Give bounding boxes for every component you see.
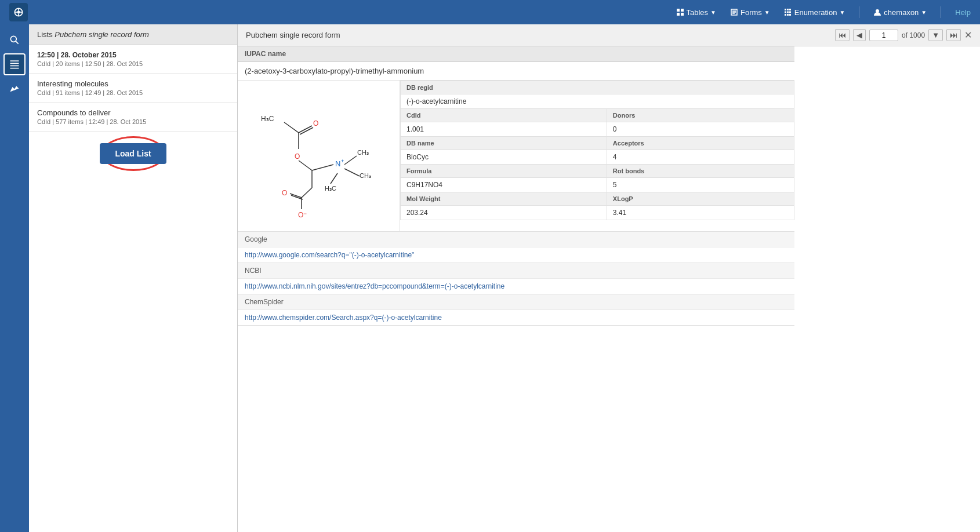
ncbi-header: NCBI (238, 263, 794, 279)
sidebar-lists-btn[interactable] (3, 53, 26, 75)
navbar-divider (859, 6, 859, 18)
db-name-value: BioCyc (401, 150, 607, 165)
page-input[interactable] (869, 30, 898, 41)
svg-text:N: N (335, 159, 340, 168)
svg-text:O: O (313, 119, 318, 127)
structure-icon (9, 83, 20, 94)
app-logo[interactable] (9, 3, 28, 21)
ncbi-link[interactable]: http://www.ncbi.nlm.nih.gov/sites/entrez… (238, 279, 794, 294)
list-item[interactable]: Compounds to deliver CdId | 577 items | … (29, 103, 237, 132)
iupac-value: (2-acetoxy-3-carboxylato-propyl)-trimeth… (238, 62, 794, 81)
db-regid-header: DB regid (401, 81, 794, 94)
mol-weight-value: 203.24 (401, 206, 607, 220)
sidebar-search-btn[interactable] (3, 29, 26, 51)
google-header: Google (238, 232, 794, 247)
formula-header: Formula (401, 165, 607, 178)
svg-text:O: O (295, 152, 300, 161)
molecule-svg: H₃C O O (244, 86, 394, 225)
rot-bonds-header: Rot bonds (607, 165, 794, 178)
svg-rect-8 (677, 13, 680, 16)
xlogp-header: XLogP (607, 192, 794, 206)
svg-rect-9 (681, 13, 684, 16)
svg-rect-14 (785, 9, 786, 10)
svg-rect-6 (677, 9, 680, 12)
formula-value: C9H17NO4 (401, 178, 607, 192)
list-item-meta: CdId | 577 items | 12:49 | 28. Oct 2015 (37, 118, 229, 125)
forms-dropdown-arrow: ▼ (764, 9, 770, 16)
svg-rect-29 (10, 68, 19, 69)
svg-text:CH₃: CH₃ (357, 149, 369, 156)
list-item[interactable]: Interesting molecules CdId | 91 items | … (29, 74, 237, 103)
lists-panel: Lists Pubchem single record form 12:50 |… (29, 24, 238, 532)
user-menu[interactable]: chemaxon ▼ (873, 8, 927, 17)
form-close-btn[interactable]: ✕ (964, 30, 972, 41)
donors-value: 0 (607, 122, 794, 137)
rot-bonds-value: 5 (607, 178, 794, 192)
lists-header: Lists Pubchem single record form (29, 24, 237, 45)
load-list-area: Load List (29, 132, 237, 176)
svg-rect-18 (787, 12, 789, 13)
search-icon (9, 34, 20, 46)
list-item-title: Interesting molecules (37, 79, 229, 88)
svg-rect-21 (789, 12, 791, 13)
svg-line-37 (299, 161, 312, 170)
navbar: Tables ▼ Forms ▼ Enumeration ▼ chemaxon … (0, 0, 980, 24)
donors-header: Donors (607, 109, 794, 122)
cdid-value: 1.001 (401, 122, 607, 137)
user-icon (873, 8, 881, 16)
sidebar-icons (0, 24, 29, 532)
forms-menu[interactable]: Forms ▼ (730, 8, 770, 17)
forms-icon (730, 8, 738, 16)
svg-text:O: O (282, 189, 287, 197)
enumeration-icon (784, 8, 792, 16)
svg-line-44 (344, 169, 360, 176)
tables-menu[interactable]: Tables ▼ (676, 8, 716, 17)
load-list-button[interactable]: Load List (100, 143, 166, 164)
lists-icon (9, 59, 20, 70)
svg-point-1 (17, 11, 20, 14)
svg-rect-20 (789, 9, 791, 10)
sidebar-structure-btn[interactable] (3, 78, 26, 100)
ncbi-section: NCBI http://www.ncbi.nlm.nih.gov/sites/e… (238, 263, 794, 294)
page-total: of 1000 (902, 31, 925, 39)
svg-point-24 (10, 36, 16, 42)
iupac-section-header: IUPAC name (238, 46, 794, 62)
list-item[interactable]: 12:50 | 28. October 2015 CdId | 20 items… (29, 45, 237, 74)
nav-last-btn[interactable]: ⏭ (946, 29, 961, 41)
properties-table: DB regid (-)-o-acetylcarnitine CdId Dono… (400, 81, 794, 231)
navbar-items: Tables ▼ Forms ▼ Enumeration ▼ chemaxon … (676, 6, 971, 18)
record-inner: IUPAC name (2-acetoxy-3-carboxylato-prop… (238, 46, 794, 326)
google-link[interactable]: http://www.google.com/search?q="(-)-o-ac… (238, 247, 794, 263)
enumeration-dropdown-arrow: ▼ (839, 9, 845, 16)
svg-rect-26 (10, 60, 19, 61)
chemspider-link[interactable]: http://www.chemspider.com/Search.aspx?q=… (238, 310, 794, 325)
svg-line-25 (16, 41, 19, 44)
nav-prev-btn[interactable]: ◀ (853, 29, 866, 41)
help-link[interactable]: Help (955, 8, 971, 17)
acceptors-value: 4 (607, 150, 794, 165)
record-content: IUPAC name (2-acetoxy-3-carboxylato-prop… (238, 46, 980, 532)
molecule-viewer: H₃C O O (238, 81, 400, 231)
navbar-divider-2 (941, 6, 941, 18)
db-name-header: DB name (401, 137, 607, 150)
form-header: Pubchem single record form ⏮ ◀ of 1000 ▼… (238, 24, 980, 46)
nav-first-btn[interactable]: ⏮ (835, 29, 850, 41)
svg-text:CH₃: CH₃ (360, 172, 371, 179)
user-dropdown-arrow: ▼ (921, 9, 927, 16)
svg-text:+: + (341, 158, 344, 164)
form-title: Pubchem single record form (246, 31, 340, 39)
svg-rect-16 (785, 14, 786, 16)
lists-header-italic: Pubchem single record form (55, 30, 149, 39)
form-nav: ⏮ ◀ of 1000 ▼ ⏭ ✕ (835, 29, 972, 41)
enumeration-menu[interactable]: Enumeration ▼ (784, 8, 845, 17)
svg-line-31 (284, 122, 299, 133)
svg-rect-17 (787, 9, 789, 10)
nav-next-btn[interactable]: ▼ (928, 29, 943, 41)
list-item-time: 12:50 | 28. October 2015 (37, 51, 229, 59)
svg-text:H₃C: H₃C (325, 185, 336, 192)
svg-rect-27 (10, 63, 19, 64)
svg-line-39 (312, 165, 333, 170)
svg-text:H₃C: H₃C (261, 115, 274, 123)
svg-line-42 (344, 156, 357, 165)
list-item-meta: CdId | 91 items | 12:49 | 28. Oct 2015 (37, 89, 229, 96)
